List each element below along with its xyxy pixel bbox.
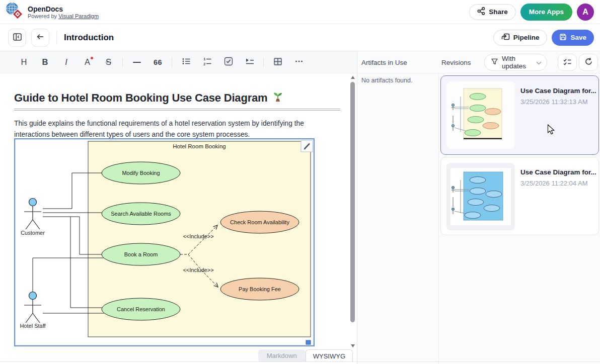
toolbar-divider bbox=[122, 57, 123, 67]
pipeline-button[interactable]: Pipeline bbox=[493, 30, 548, 46]
svg-text:Check Room Availability: Check Room Availability bbox=[230, 219, 289, 225]
edit-diagram-button[interactable] bbox=[301, 140, 313, 152]
right-panel: Artifacts in Use Revisions With updates bbox=[357, 51, 600, 364]
revision-card[interactable]: Use Case Diagram for... 3/25/2026 11:22:… bbox=[440, 157, 599, 235]
font-color-button[interactable]: A bbox=[80, 55, 95, 69]
include-label-upper: <<Include>> bbox=[183, 233, 213, 239]
checklist-icon bbox=[563, 58, 572, 67]
document-bar: Introduction Pipeline Save bbox=[0, 24, 600, 51]
app-header: OpenDocs Powered by Visual Paradigm Shar… bbox=[0, 0, 600, 24]
svg-text:Hotel Staff: Hotel Staff bbox=[20, 323, 46, 329]
toolbar-divider bbox=[263, 57, 264, 67]
ordered-list-icon: 1 2 bbox=[203, 57, 212, 67]
revision-thumbnail[interactable] bbox=[446, 163, 515, 230]
horizontal-rule-button[interactable] bbox=[129, 55, 144, 69]
svg-text:Pay Booking Fee: Pay Booking Fee bbox=[239, 286, 281, 292]
ordered-list-button[interactable]: 1 2 bbox=[200, 55, 214, 69]
revision-thumbnail[interactable] bbox=[446, 81, 515, 149]
refresh-icon bbox=[584, 57, 593, 67]
use-case-modify-booking: Modify Booking bbox=[102, 162, 180, 184]
artifacts-in-use-title: Artifacts in Use bbox=[361, 51, 407, 73]
page-title: Introduction bbox=[64, 33, 114, 43]
use-case-check-room-availability: Check Room Availability bbox=[220, 211, 299, 233]
editor-mode-tabs: Markdown WYSIWYG bbox=[258, 349, 353, 362]
scroll-up-arrow-icon[interactable] bbox=[351, 76, 355, 79]
back-button[interactable] bbox=[31, 29, 49, 47]
share-icon bbox=[477, 7, 485, 17]
diagram-title: Hotel Room Booking bbox=[173, 143, 226, 149]
svg-text:Cancel Reservation: Cancel Reservation bbox=[117, 306, 165, 312]
pipeline-icon bbox=[501, 33, 510, 42]
revision-timestamp: 3/25/2026 11:32:13 AM bbox=[520, 98, 587, 106]
scrollbar-thumb[interactable] bbox=[350, 82, 355, 322]
divider bbox=[56, 31, 57, 44]
revision-title: Use Case Diagram for... bbox=[520, 168, 596, 176]
formatting-toolbar: H B I A S 66 1 2 bbox=[0, 51, 357, 73]
editor-scrollbar[interactable] bbox=[350, 74, 356, 349]
revision-checklist-button[interactable] bbox=[558, 54, 577, 71]
revision-card[interactable]: Use Case Diagram for... 3/25/2026 11:32:… bbox=[440, 75, 599, 155]
svg-text:Customer: Customer bbox=[21, 230, 45, 236]
svg-text:Modify Booking: Modify Booking bbox=[122, 170, 160, 176]
indent-button[interactable] bbox=[242, 55, 257, 69]
revision-title: Use Case Diagram for... bbox=[520, 87, 596, 95]
horizontal-rule-icon bbox=[133, 62, 141, 63]
more-apps-button[interactable]: More Apps bbox=[520, 4, 572, 21]
app-name: OpenDocs bbox=[28, 5, 99, 13]
revisions-title: Revisions bbox=[441, 51, 471, 73]
use-case-cancel-reservation: Cancel Reservation bbox=[102, 298, 180, 320]
use-case-search-available-rooms: Search Available Rooms bbox=[102, 203, 180, 225]
save-icon bbox=[559, 33, 567, 42]
panel-column-divider bbox=[438, 73, 439, 364]
strikethrough-button[interactable]: S bbox=[101, 55, 116, 69]
toolbar-divider bbox=[172, 57, 172, 67]
sidebar-panel-icon bbox=[13, 33, 22, 42]
svg-text:2: 2 bbox=[203, 62, 205, 66]
more-options-button[interactable] bbox=[291, 55, 306, 69]
heading-button[interactable]: H bbox=[17, 55, 31, 69]
visual-paradigm-link[interactable]: Visual Paradigm bbox=[58, 13, 99, 19]
task-list-button[interactable] bbox=[221, 55, 236, 69]
back-arrow-icon bbox=[36, 33, 44, 42]
document-paragraph: This guide explains the functional requi… bbox=[14, 118, 331, 140]
revision-timestamp: 3/25/2026 11:22:04 AM bbox=[520, 179, 587, 187]
bullet-list-icon bbox=[182, 57, 191, 67]
bullet-list-button[interactable] bbox=[179, 55, 193, 69]
indent-icon bbox=[245, 57, 254, 67]
heading-underline bbox=[14, 109, 340, 111]
save-button[interactable]: Save bbox=[552, 30, 594, 46]
artifacts-empty-message: No artifacts found. bbox=[361, 77, 412, 84]
content-bottom-divider bbox=[0, 361, 600, 362]
tab-markdown[interactable]: Markdown bbox=[258, 349, 306, 362]
use-case-pay-booking-fee: Pay Booking Fee bbox=[220, 278, 299, 300]
include-label-lower: <<Include>> bbox=[183, 267, 213, 273]
seedling-emoji-icon bbox=[272, 90, 284, 106]
svg-text:1: 1 bbox=[203, 57, 205, 61]
app-logo-icon bbox=[5, 2, 24, 22]
resize-handle[interactable] bbox=[306, 340, 311, 344]
checkbox-icon bbox=[224, 57, 233, 67]
ellipsis-icon bbox=[294, 57, 304, 67]
powered-by: Powered by Visual Paradigm bbox=[28, 13, 99, 19]
panel-header: Artifacts in Use Revisions With updates bbox=[357, 51, 600, 73]
scroll-down-arrow-icon[interactable] bbox=[351, 344, 355, 347]
table-button[interactable] bbox=[270, 55, 285, 69]
use-case-diagram[interactable]: Hotel Room Booking bbox=[14, 138, 315, 346]
italic-button[interactable]: I bbox=[59, 55, 73, 69]
user-avatar[interactable]: A bbox=[577, 4, 594, 21]
filter-funnel-icon bbox=[491, 58, 498, 67]
use-case-book-a-room: Book a Room bbox=[102, 243, 180, 265]
tab-wysiwyg[interactable]: WYSIWYG bbox=[306, 349, 353, 362]
chevron-down-icon bbox=[536, 59, 542, 66]
document-heading: Guide to Hotel Room Booking Use Case Dia… bbox=[14, 90, 341, 106]
editor-area: H B I A S 66 1 2 bbox=[0, 51, 357, 364]
blockquote-button[interactable]: 66 bbox=[151, 55, 165, 69]
bold-button[interactable]: B bbox=[38, 55, 52, 69]
svg-text:Search Available Rooms: Search Available Rooms bbox=[111, 211, 171, 217]
svg-text:Book a Room: Book a Room bbox=[124, 251, 158, 257]
revision-filter-dropdown[interactable]: With updates bbox=[484, 54, 547, 71]
refresh-button[interactable] bbox=[579, 54, 598, 71]
share-button[interactable]: Share bbox=[469, 4, 516, 20]
table-icon bbox=[273, 57, 282, 67]
toggle-sidebar-button[interactable] bbox=[8, 29, 26, 47]
